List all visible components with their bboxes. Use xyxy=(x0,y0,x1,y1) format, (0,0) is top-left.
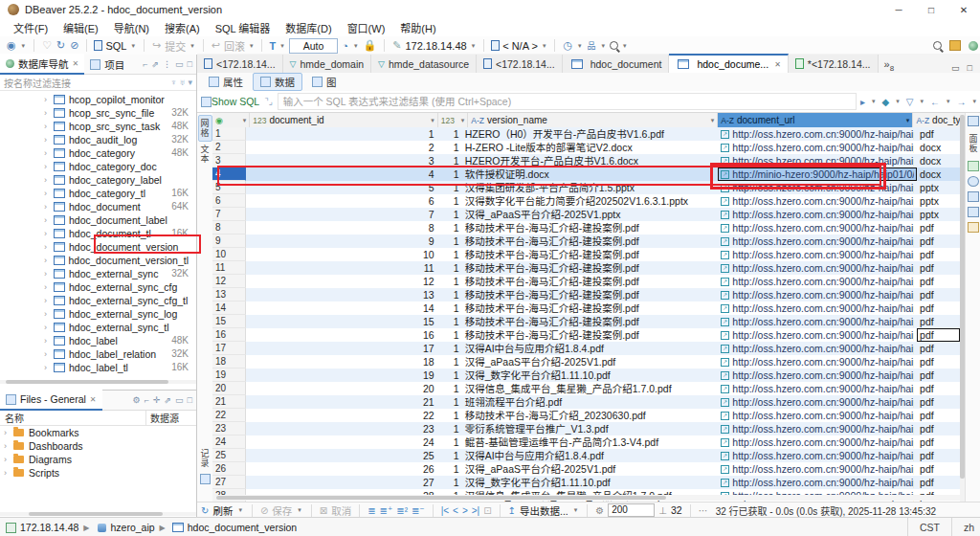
tree-item-table[interactable]: ›hdoc_external_sync_cfg_tl xyxy=(0,294,196,307)
chevron-right-icon[interactable]: › xyxy=(44,334,52,347)
editor-tab[interactable]: <172.18.14... xyxy=(197,55,283,73)
cell-document-id[interactable]: 12 xyxy=(246,275,437,288)
cell-document-url[interactable]: ↗http://oss.hzero.com.cn:9000/hz-haip/ha… xyxy=(718,409,917,422)
tree-item-table[interactable]: ›hdoc_external_sync32K xyxy=(0,267,196,280)
chevron-right-icon[interactable]: › xyxy=(44,120,52,133)
cell-document-url[interactable]: ↗http://oss.hzero.com.cn:9000/hz-haip/ha… xyxy=(718,422,917,436)
table-row[interactable]: 221H-ZERO -Lite版本的部署笔记V2.docx↗http://oss… xyxy=(212,141,960,154)
cell-version[interactable]: 1 xyxy=(437,382,462,395)
chevron-down-icon[interactable]: ▾ xyxy=(131,42,135,50)
cell-document-url[interactable]: ↗http://oss.hzero.com.cn:9000/hz-haip/ha… xyxy=(718,221,917,234)
chevron-right-icon[interactable]: › xyxy=(44,93,52,106)
breadcrumb-table[interactable]: hdoc_document_version xyxy=(188,522,297,533)
cell-doc-type[interactable]: pdf xyxy=(917,355,960,368)
more-icon[interactable]: ⋯ xyxy=(699,505,708,516)
calc-panel-icon[interactable] xyxy=(968,191,979,202)
menu-item[interactable]: 编辑(E) xyxy=(56,18,106,37)
cell-document-id[interactable]: 16 xyxy=(246,328,437,342)
tree-item-table[interactable]: ›hdoc_category_tl16K xyxy=(0,187,196,200)
chevron-right-icon[interactable]: › xyxy=(44,227,52,240)
cell-document-url[interactable]: ↗http://oss.hzero.com.cn:9000/hz-haip/ha… xyxy=(718,328,917,342)
table-row[interactable]: 25251汉得AI中台与应用介绍1.8.4.pdf↗http://oss.hze… xyxy=(212,449,960,462)
cell-document-url[interactable]: ↗http://oss.hzero.com.cn:9000/hz-haip/ha… xyxy=(718,382,917,395)
grouping-panel-icon[interactable] xyxy=(968,222,979,233)
clear-filter-icon[interactable]: ◆ xyxy=(882,97,890,107)
cell-document-url[interactable]: ↗http://oss.hzero.com.cn:9000/hz-haip/ha… xyxy=(718,127,917,141)
cell-doc-type[interactable]: pdf xyxy=(917,328,960,342)
cell-document-url[interactable]: ↗http://oss.hzero.com.cn:9000/hz-haip/ha… xyxy=(718,288,917,302)
cell-version-name[interactable]: 汉得_aPaaS平台介绍-2025V1.pdf xyxy=(462,462,719,476)
cell-version-name[interactable]: H-ZERO -Lite版本的部署笔记V2.docx xyxy=(462,141,719,154)
minimize-view-icon[interactable]: ▭ xyxy=(951,63,960,73)
cell-version-name[interactable]: 移动技术平台-海马汇介绍-建投案例.pdf xyxy=(462,248,719,261)
table-row[interactable]: 441软件授权证明.docx↗http://minio-hzero:9000/h… xyxy=(212,168,960,181)
table-row[interactable]: 11111移动技术平台-海马汇介绍-建投案例.pdf↗http://oss.hz… xyxy=(212,261,960,275)
txn-refresh-icon[interactable]: ↻ xyxy=(56,39,66,52)
cell-doc-type[interactable]: pdf xyxy=(917,248,960,261)
cell-document-id[interactable]: 25 xyxy=(246,449,437,462)
cell-version[interactable]: 1 xyxy=(437,168,462,181)
cell-version-name[interactable]: 零衍系统管理平台推广_V1.3.pdf xyxy=(462,422,719,436)
row-number-cell[interactable]: 7 xyxy=(212,208,246,221)
cell-version-name[interactable]: 汉得AI中台与应用介绍1.8.4.pdf xyxy=(462,342,719,355)
close-icon[interactable]: ✕ xyxy=(73,59,79,68)
language-indicator[interactable]: zh xyxy=(951,518,980,536)
cell-document-id[interactable]: 18 xyxy=(246,355,437,368)
cell-doc-type[interactable]: pdf xyxy=(917,315,960,328)
sort-icon[interactable]: ▾ xyxy=(461,117,465,124)
cell-document-url[interactable]: ↗http://oss.hzero.com.cn:9000/hz-haip/ha… xyxy=(718,449,917,462)
menu-item[interactable]: 数据库(D) xyxy=(278,18,339,37)
chevron-down-icon[interactable]: ▾ xyxy=(872,98,876,105)
tree-item-table[interactable]: ›hdoc_document_tl16K xyxy=(0,227,196,240)
cell-version[interactable]: 1 xyxy=(437,449,462,462)
row-number-cell[interactable]: 14 xyxy=(212,302,246,315)
tree-item-table[interactable]: ›hdoc_document_version xyxy=(0,240,196,254)
cell-doc-type[interactable]: pptx xyxy=(917,181,960,194)
cell-version-name[interactable]: 移动技术平台-海马汇介绍-建投案例.pdf xyxy=(462,275,719,288)
maximize-button[interactable]: □ xyxy=(915,0,947,19)
files-tree-item[interactable]: ›Scripts xyxy=(0,466,196,480)
subtab-properties[interactable]: 属性 xyxy=(201,73,251,91)
cell-doc-type[interactable]: pdf xyxy=(917,449,960,462)
table-row[interactable]: 14141移动技术平台-海马汇介绍-建投案例.pdf↗http://oss.hz… xyxy=(212,302,960,315)
connection-selector[interactable]: 172.18.14.48 xyxy=(405,40,466,52)
minimize-view-icon[interactable]: ▭ xyxy=(175,59,184,69)
cell-version-name[interactable]: 汉得_aPaaS平台介绍-2025V1.pptx xyxy=(462,208,719,221)
cell-document-id[interactable]: 3 xyxy=(246,154,437,168)
refresh-icon[interactable]: ↻ xyxy=(201,505,209,516)
transaction-mode-button[interactable]: T xyxy=(269,40,276,52)
tree-item-table[interactable]: ›hdoc_document_version_tl xyxy=(0,254,196,267)
editor-tab[interactable]: <172.18.14... xyxy=(477,55,563,73)
cell-document-url[interactable]: ↗http://minio-hzero:9000/hz-haip/haip01/… xyxy=(718,168,917,181)
cell-document-id[interactable]: 6 xyxy=(246,194,437,208)
search-icon[interactable] xyxy=(933,41,942,50)
cell-doc-type[interactable]: pdf xyxy=(917,409,960,422)
cell-document-url[interactable]: ↗http://oss.hzero.com.cn:9000/hz-haip/ha… xyxy=(718,476,917,489)
cell-document-url[interactable]: ↗http://oss.hzero.com.cn:9000/hz-haip/ha… xyxy=(718,208,917,221)
cell-version-name[interactable]: HZERO开发平台-产品白皮书V1.6.docx xyxy=(462,154,719,168)
table-row[interactable]: 23231零衍系统管理平台推广_V1.3.pdf↗http://oss.hzer… xyxy=(212,422,960,436)
subtab-data[interactable]: 数据 xyxy=(253,73,302,91)
row-number-cell[interactable]: 19 xyxy=(212,368,246,382)
cancel-button[interactable]: 取消 xyxy=(331,503,351,518)
editor-tab[interactable]: hdoc_document xyxy=(563,55,670,73)
connection-filter-input[interactable]: 按名称过滤连接 xyxy=(4,76,71,90)
tree-item-table[interactable]: ›hcop_src_sync_task48K xyxy=(0,120,196,133)
cell-document-id[interactable]: 13 xyxy=(246,288,437,302)
collapse-all-icon[interactable]: ⌐ xyxy=(145,395,149,405)
panel-toggle-icon[interactable] xyxy=(968,116,979,126)
chevron-right-icon[interactable]: › xyxy=(44,160,52,173)
cell-version[interactable]: 1 xyxy=(437,395,462,409)
sql-editor-icon[interactable] xyxy=(94,40,102,51)
cell-document-id[interactable]: 8 xyxy=(246,221,437,234)
cell-doc-type[interactable]: pdf xyxy=(917,382,960,395)
tree-item-table[interactable]: ›hdoc_label_relation32K xyxy=(0,347,196,361)
sort-icon[interactable]: ▾ xyxy=(711,117,715,124)
cell-doc-type[interactable]: pdf xyxy=(917,462,960,476)
sql-filter-input[interactable]: 输入一个 SQL 表达式来过滤结果 (使用 Ctrl+Space) xyxy=(278,93,857,110)
cell-doc-type[interactable]: pptx xyxy=(917,208,960,221)
cell-document-id[interactable]: 2 xyxy=(246,141,437,154)
time-icon[interactable]: ◷ xyxy=(562,39,573,52)
cell-version-name[interactable]: 班翎流程平台介绍.pdf xyxy=(462,395,719,409)
table-row[interactable]: 18181汉得_aPaaS平台介绍-2025V1.pdf↗http://oss.… xyxy=(212,355,960,368)
